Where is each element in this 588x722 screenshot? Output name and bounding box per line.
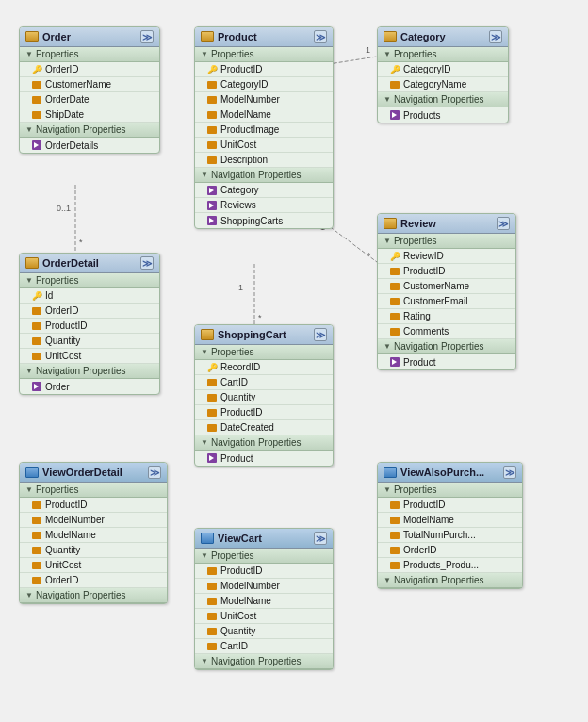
field-icon — [206, 139, 218, 151]
svg-text:1: 1 — [238, 283, 243, 292]
product-title: Product — [218, 31, 257, 42]
shoppingcart-nav-header: ▼ Navigation Properties — [195, 435, 333, 451]
orderdetail-prop-id: Id — [20, 288, 159, 304]
svg-text:*: * — [258, 313, 262, 322]
field-icon — [206, 377, 218, 388]
viewcart-properties-header: ▼ Properties — [195, 549, 333, 564]
orderdetail-collapse-btn[interactable]: ≫ — [140, 256, 154, 270]
entity-product-header: Product ≫ — [195, 27, 333, 47]
order-prop-orderdate: OrderDate — [20, 92, 159, 107]
field-icon — [389, 500, 400, 511]
nav-icon — [206, 185, 218, 196]
field-icon — [206, 392, 218, 403]
viewcart-collapse-btn[interactable]: ≫ — [314, 532, 327, 545]
field-icon — [31, 109, 42, 121]
viewalsopurch-title: ViewAlsoPurch... — [400, 467, 484, 478]
nav-icon — [31, 139, 42, 151]
shoppingcart-prop-quantity: Quantity — [195, 390, 333, 405]
shoppingcart-nav-product: Product — [195, 451, 333, 466]
orderdetail-prop-unitcost: UnitCost — [20, 349, 159, 364]
field-icon — [31, 500, 42, 511]
orderdetail-prop-productid: ProductID — [20, 319, 159, 334]
field-icon — [389, 281, 400, 292]
field-icon — [206, 109, 218, 121]
product-collapse-btn[interactable]: ≫ — [314, 30, 327, 43]
svg-text:0..1: 0..1 — [57, 204, 71, 213]
field-icon — [31, 320, 42, 332]
product-prop-modelname: ModelName — [195, 107, 333, 123]
viewcart-prop-modelname: ModelName — [195, 594, 333, 609]
viewcart-prop-cartid: CartID — [195, 639, 333, 654]
orderdetail-title: OrderDetail — [42, 257, 99, 269]
svg-text:1: 1 — [366, 45, 370, 55]
category-collapse-btn[interactable]: ≫ — [489, 30, 502, 43]
order-nav-header: ▼ Navigation Properties — [20, 123, 159, 138]
order-collapse-btn[interactable]: ≫ — [140, 30, 154, 43]
review-prop-comments: Comments — [378, 324, 515, 339]
review-collapse-btn[interactable]: ≫ — [497, 217, 510, 230]
orderdetail-nav-order: Order — [20, 379, 159, 394]
field-icon — [389, 326, 400, 337]
entity-vieworderdetail-header: ViewOrderDetail ≫ — [20, 463, 167, 483]
field-icon — [206, 641, 218, 652]
field-icon — [206, 407, 218, 418]
nav-icon — [206, 452, 218, 464]
field-icon — [31, 530, 42, 541]
category-prop-categoryid: CategoryID — [378, 62, 508, 77]
orderdetail-prop-orderid: OrderID — [20, 304, 159, 319]
field-icon — [389, 296, 400, 307]
entity-category-header: Category ≫ — [378, 27, 508, 47]
field-icon — [206, 124, 218, 136]
field-icon — [206, 581, 218, 592]
key-icon — [31, 64, 42, 75]
viewcart-prop-modelnumber: ModelNumber — [195, 579, 333, 594]
vieworderdetail-view-icon — [25, 467, 39, 478]
field-icon — [389, 530, 400, 541]
vieworderdetail-collapse-btn[interactable]: ≫ — [148, 466, 161, 479]
review-nav-header: ▼ Navigation Properties — [378, 339, 515, 354]
vieworderdetail-nav-header: ▼ Navigation Properties — [20, 588, 167, 603]
shoppingcart-prop-recordid: RecordID — [195, 360, 333, 375]
vieworderdetail-properties-header: ▼ Properties — [20, 483, 167, 498]
product-prop-description: Description — [195, 153, 333, 168]
vieworderdetail-prop-modelnumber: ModelNumber — [20, 513, 167, 528]
field-icon — [206, 566, 218, 577]
field-icon — [31, 545, 42, 556]
field-icon — [389, 79, 400, 90]
nav-icon — [31, 381, 42, 392]
viewalsopurch-properties-header: ▼ Properties — [378, 483, 522, 498]
viewcart-prop-productid: ProductID — [195, 564, 333, 579]
field-icon — [31, 94, 42, 106]
key-icon — [389, 251, 400, 262]
product-prop-unitcost: UnitCost — [195, 138, 333, 153]
shoppingcart-prop-cartid: CartID — [195, 375, 333, 390]
viewcart-title: ViewCart — [218, 533, 262, 544]
entity-product: Product ≫ ▼ Properties ProductID Categor… — [194, 26, 334, 229]
review-table-icon — [384, 218, 397, 229]
field-icon — [206, 611, 218, 622]
nav-icon — [206, 200, 218, 211]
viewalsopurch-prop-productsprodu: Products_Produ... — [378, 558, 522, 573]
viewalsopurch-collapse-btn[interactable]: ≫ — [503, 466, 516, 479]
viewcart-prop-unitcost: UnitCost — [195, 609, 333, 624]
vieworderdetail-prop-unitcost: UnitCost — [20, 558, 167, 573]
product-nav-header: ▼ Navigation Properties — [195, 168, 333, 183]
field-icon — [389, 560, 400, 571]
review-title: Review — [400, 218, 436, 229]
viewalsopurch-prop-orderid: OrderID — [378, 543, 522, 558]
order-prop-shipdate: ShipDate — [20, 107, 159, 123]
field-icon — [389, 266, 400, 277]
order-nav-orderdetails: OrderDetails — [20, 138, 159, 153]
key-icon — [389, 64, 400, 75]
review-prop-rating: Rating — [378, 309, 515, 324]
entity-viewcart-header: ViewCart ≫ — [195, 529, 333, 549]
review-prop-productid: ProductID — [378, 264, 515, 279]
order-properties-header: ▼ Properties — [20, 47, 159, 62]
field-icon — [206, 155, 218, 166]
shoppingcart-prop-datecreated: DateCreated — [195, 420, 333, 435]
svg-text:*: * — [368, 251, 371, 260]
category-nav-header: ▼ Navigation Properties — [378, 92, 508, 107]
entity-review: Review ≫ ▼ Properties ReviewID ProductID… — [377, 213, 516, 370]
shoppingcart-collapse-btn[interactable]: ≫ — [314, 328, 327, 341]
nav-icon — [206, 215, 218, 226]
